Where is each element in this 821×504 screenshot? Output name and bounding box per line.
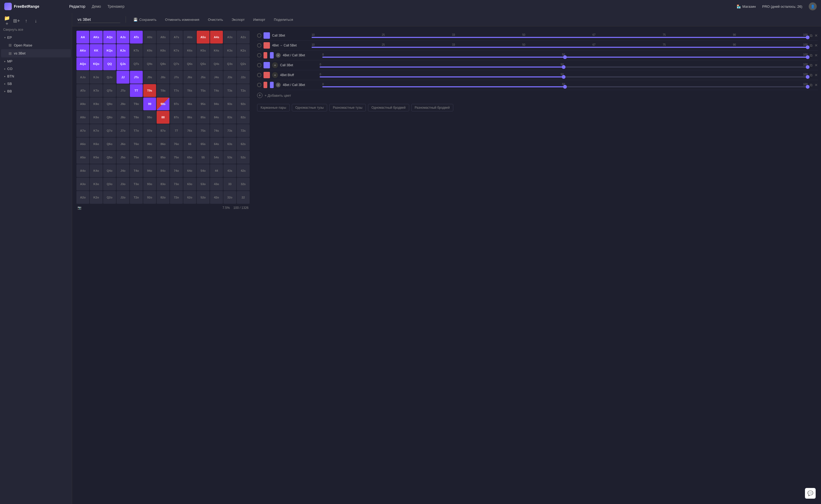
hand-cell[interactable]: 72o xyxy=(170,191,183,204)
hand-cell[interactable]: KJo xyxy=(90,71,103,84)
hand-cell[interactable]: T6o xyxy=(130,138,143,150)
hand-cell[interactable]: 66 xyxy=(183,138,196,150)
hand-cell[interactable]: 95s xyxy=(197,97,209,110)
hand-cell[interactable]: 74s xyxy=(210,124,223,137)
action-slider-4[interactable]: 050100 xyxy=(320,63,808,68)
hand-cell[interactable]: A7o xyxy=(76,124,89,137)
hand-cell[interactable]: J9o xyxy=(116,97,129,110)
hand-cell[interactable]: J2o xyxy=(116,191,129,204)
chat-button[interactable]: 💬 xyxy=(805,488,816,499)
hand-cell[interactable]: A4o xyxy=(76,164,89,177)
hand-cell[interactable]: T2s xyxy=(237,84,250,97)
hand-cell[interactable]: A8o xyxy=(76,111,89,124)
hand-cell[interactable]: A7s xyxy=(170,31,183,44)
hand-cell[interactable]: 97o xyxy=(143,124,156,137)
hand-cell[interactable]: A5o xyxy=(76,151,89,164)
hand-cell[interactable]: 93s xyxy=(223,97,236,110)
hand-cell[interactable]: Q4s xyxy=(210,57,223,70)
sidebar-item-BTN[interactable]: ▸ BTN xyxy=(1,73,71,80)
hand-cell[interactable]: A6s xyxy=(183,31,196,44)
action-radio-2[interactable] xyxy=(257,43,261,48)
hand-cell[interactable]: T3s xyxy=(223,84,236,97)
hand-cell[interactable]: T9s xyxy=(143,84,156,97)
action-slider-1[interactable]: 10253350677590100 xyxy=(311,33,808,38)
hand-cell[interactable]: J6o xyxy=(116,138,129,150)
export-button[interactable]: Экспорт xyxy=(229,17,247,23)
hand-cell[interactable]: K5s xyxy=(197,44,209,57)
hand-cell[interactable]: T7o xyxy=(130,124,143,137)
hand-cell[interactable]: 96o xyxy=(143,138,156,150)
filter-suited-broadway[interactable]: Одномастный бродвей xyxy=(368,104,409,111)
hand-cell[interactable]: 53o xyxy=(197,178,209,190)
hand-cell[interactable]: 74o xyxy=(170,164,183,177)
add-color-button[interactable]: + + Добавить цвет xyxy=(257,90,818,101)
hand-cell[interactable]: KJs xyxy=(116,44,129,57)
action-slider-5[interactable]: 050100 xyxy=(320,73,808,77)
hand-cell[interactable]: J4s xyxy=(210,71,223,84)
hand-cell[interactable]: A4s xyxy=(210,31,223,44)
hand-cell[interactable]: 75s xyxy=(197,124,209,137)
hand-cell[interactable]: T7s xyxy=(170,84,183,97)
sidebar-item-SB[interactable]: ▸ SB xyxy=(1,80,71,87)
hand-cell[interactable]: ATs xyxy=(130,31,143,44)
action-color-5[interactable] xyxy=(263,72,270,78)
hand-cell[interactable]: 62s xyxy=(237,138,250,150)
hand-cell[interactable]: Q8s xyxy=(157,57,169,70)
hand-cell[interactable]: K7s xyxy=(170,44,183,57)
hand-cell[interactable]: A9o xyxy=(76,97,89,110)
hand-cell[interactable]: Q9o xyxy=(103,97,116,110)
hand-cell[interactable]: A6o xyxy=(76,138,89,150)
hand-cell[interactable]: T8s xyxy=(157,84,169,97)
hand-cell[interactable]: 76s xyxy=(183,124,196,137)
hand-cell[interactable]: J5o xyxy=(116,151,129,164)
hand-cell[interactable]: 94s xyxy=(210,97,223,110)
hand-cell[interactable]: QJs xyxy=(116,57,129,70)
hand-cell[interactable]: 84o xyxy=(157,164,169,177)
hand-cell[interactable]: 92s xyxy=(237,97,250,110)
filter-pocket-pairs[interactable]: Карманные пары xyxy=(257,104,290,111)
hand-cell[interactable]: K9o xyxy=(90,97,103,110)
hand-cell[interactable]: K9s xyxy=(143,44,156,57)
avatar[interactable]: 👤 xyxy=(809,2,817,10)
hand-cell[interactable]: 65o xyxy=(183,151,196,164)
hand-cell[interactable]: A3o xyxy=(76,178,89,190)
camera-icon[interactable]: 📷 xyxy=(77,206,81,210)
hand-cell[interactable]: AA xyxy=(76,31,89,44)
action-copy-6[interactable]: ⧉ xyxy=(810,83,812,87)
action-color-3a[interactable] xyxy=(263,52,267,58)
sidebar-item-open-raise[interactable]: ⊞ Open Raise xyxy=(1,41,71,49)
add-folder-button[interactable]: 📁+ xyxy=(3,17,11,25)
hand-cell[interactable]: AKo xyxy=(76,44,89,57)
hand-cell[interactable]: 95o xyxy=(143,151,156,164)
hand-cell[interactable]: T9o xyxy=(130,97,143,110)
action-add-5[interactable]: + xyxy=(272,72,278,78)
hand-cell[interactable]: 87o xyxy=(157,124,169,137)
action-color-3b[interactable] xyxy=(270,52,274,58)
hand-cell[interactable]: ATo xyxy=(76,84,89,97)
hand-cell[interactable]: KQo xyxy=(90,57,103,70)
hand-cell[interactable]: T8o xyxy=(130,111,143,124)
hand-cell[interactable]: K6o xyxy=(90,138,103,150)
hand-cell[interactable]: 55 xyxy=(197,151,209,164)
action-add-4[interactable]: + xyxy=(272,62,278,68)
hand-cell[interactable]: J2s xyxy=(237,71,250,84)
hand-cell[interactable]: KTo xyxy=(90,84,103,97)
action-copy-3[interactable]: ⧉ xyxy=(810,53,812,58)
hand-cell[interactable]: K7o xyxy=(90,124,103,137)
hand-cell[interactable]: A2s xyxy=(237,31,250,44)
hand-cell[interactable]: Q3o xyxy=(103,178,116,190)
hand-cell[interactable]: K4o xyxy=(90,164,103,177)
action-color-2[interactable] xyxy=(263,42,270,49)
shop-button[interactable]: 🏪 Магазин xyxy=(737,5,756,9)
hand-cell[interactable]: A8s xyxy=(157,31,169,44)
hand-cell[interactable]: 96s xyxy=(183,97,196,110)
nav-trainer[interactable]: Тренажер xyxy=(107,4,124,9)
hand-cell[interactable]: A9s xyxy=(143,31,156,44)
action-copy-1[interactable]: ⧉ xyxy=(810,33,812,38)
nav-editor[interactable]: Редактор xyxy=(69,4,85,9)
collapse-all-button[interactable]: Свернуть все xyxy=(0,27,72,34)
action-delete-2[interactable]: ✕ xyxy=(815,43,818,48)
cancel-button[interactable]: Отменить изменения xyxy=(163,17,201,23)
sidebar-item-vs-3bet[interactable]: ⊞ vs 3Bet ⋯ xyxy=(1,49,71,57)
hand-cell[interactable]: Q2s xyxy=(237,57,250,70)
